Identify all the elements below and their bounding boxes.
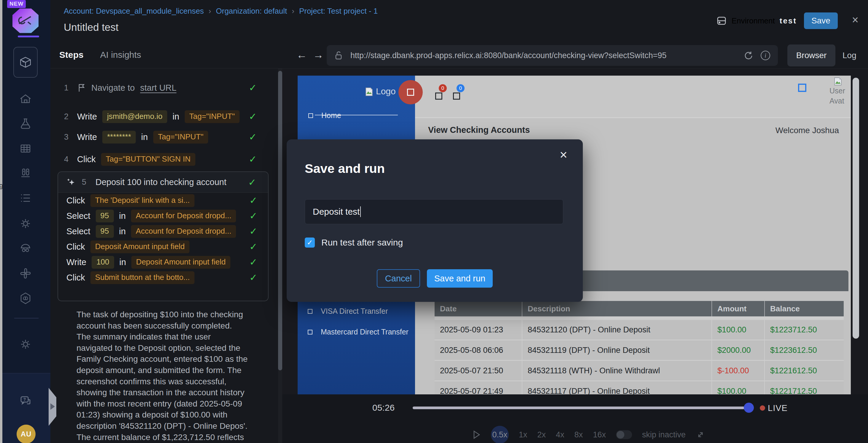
run-after-saving-option[interactable]: ✓ Run test after saving bbox=[305, 237, 403, 247]
step-locator-badge[interactable]: Deposit Amount input field bbox=[131, 256, 230, 269]
steps-tabbar: Steps AI insights bbox=[51, 41, 282, 68]
substep-row-3[interactable]: Select 95 in Account for Deposit dropd..… bbox=[58, 224, 268, 239]
cancel-button[interactable]: Cancel bbox=[377, 269, 420, 288]
step-action: Write bbox=[66, 257, 86, 267]
speed-16x[interactable]: 16x bbox=[593, 430, 606, 439]
timeline-track[interactable] bbox=[413, 407, 745, 409]
step-locator-badge[interactable]: Deposit Amount input field bbox=[90, 240, 189, 253]
info-icon[interactable]: i bbox=[761, 51, 770, 60]
step-row-3[interactable]: 3 Write ******** in Tag="INPUT" ✓ bbox=[51, 128, 279, 146]
browser-forward-button[interactable]: → bbox=[313, 49, 324, 61]
substep-row-1[interactable]: Click The 'Deposit' link with a si... ✓ bbox=[58, 193, 268, 208]
modal-close-icon[interactable]: × bbox=[560, 148, 567, 161]
step-locator-badge[interactable]: Account for Deposit dropd... bbox=[131, 210, 236, 223]
app-logo[interactable] bbox=[12, 8, 38, 34]
substep-row-4[interactable]: Click Deposit Amount input field ✓ bbox=[58, 239, 268, 255]
breadcrumb-organization[interactable]: Organization: default bbox=[216, 6, 287, 16]
gear-icon bbox=[19, 217, 32, 230]
reload-icon[interactable] bbox=[743, 51, 753, 60]
speed-8x[interactable]: 8x bbox=[575, 430, 583, 439]
bank-logo[interactable]: Logo bbox=[365, 86, 396, 96]
sidebar-item-integrations[interactable] bbox=[19, 267, 32, 280]
sidebar-item-runs[interactable] bbox=[19, 167, 32, 180]
page-scrollbar-thumb[interactable] bbox=[852, 78, 859, 338]
speed-0-5x[interactable]: 0.5x bbox=[491, 426, 509, 443]
bank-nav-mastercard[interactable]: Mastercard Direct Transfer bbox=[308, 328, 408, 336]
sidebar-item-suites[interactable] bbox=[19, 142, 32, 155]
environment-label: Environment bbox=[732, 16, 775, 26]
step-value-badge[interactable]: 95 bbox=[96, 210, 114, 223]
flag-icon bbox=[77, 83, 86, 92]
step-row-1[interactable]: 1 Navigate to start URL ✓ bbox=[51, 79, 279, 96]
step-row-4[interactable]: 4 Click Tag="BUTTON" SIGN IN ✓ bbox=[51, 151, 279, 168]
bank-logo-text: Logo bbox=[376, 86, 396, 96]
step-locator-badge[interactable]: Tag="INPUT" bbox=[153, 131, 208, 144]
start-url-link[interactable]: start URL bbox=[140, 83, 176, 93]
broken-image-icon bbox=[365, 87, 373, 96]
substep-row-6[interactable]: Click Submit button at the botto... ✓ bbox=[58, 270, 268, 285]
broken-icon-red[interactable] bbox=[435, 92, 442, 100]
broken-icon-blue[interactable] bbox=[453, 92, 460, 100]
timeline-knob[interactable] bbox=[744, 403, 754, 413]
tab-log[interactable]: Log bbox=[842, 45, 857, 66]
recording-indicator[interactable] bbox=[398, 80, 423, 105]
step-value-badge[interactable]: jsmith@demo.io bbox=[102, 110, 167, 123]
step-locator-badge[interactable]: The 'Deposit' link with a si... bbox=[90, 194, 194, 207]
table-row[interactable]: 2025-05-07 21:50 845321118 (WTH) - Onlin… bbox=[435, 361, 844, 381]
column-header-amount[interactable]: Amount bbox=[711, 301, 764, 316]
bank-header-square-icon[interactable] bbox=[798, 84, 806, 92]
tab-steps[interactable]: Steps bbox=[59, 50, 84, 60]
step-value-badge[interactable]: ******** bbox=[102, 131, 136, 144]
sidebar-item-tests[interactable] bbox=[19, 117, 32, 130]
sidebar-item-home[interactable] bbox=[19, 92, 32, 106]
step-group-header[interactable]: 5 Deposit 100 into checking account ✓ bbox=[58, 172, 268, 193]
steps-scrollbar-thumb[interactable] bbox=[278, 71, 282, 371]
speed-1x[interactable]: 1x bbox=[519, 430, 527, 439]
column-header-balance[interactable]: Balance bbox=[764, 301, 844, 316]
fullscreen-icon[interactable] bbox=[696, 430, 705, 439]
test-name-input[interactable]: Deposit test bbox=[305, 199, 563, 224]
step-row-2[interactable]: 2 Write jsmith@demo.io in Tag="INPUT" ✓ bbox=[51, 108, 279, 125]
step-locator-badge[interactable]: Tag="INPUT" bbox=[185, 110, 240, 123]
step-locator-badge[interactable]: Submit button at the botto... bbox=[90, 271, 194, 284]
breadcrumb-account[interactable]: Account: Devspace_all_module_licenses bbox=[64, 6, 204, 16]
save-and-run-button[interactable]: Save and run bbox=[427, 269, 493, 288]
sidebar-item-ai-agent[interactable] bbox=[19, 242, 32, 255]
speed-4x[interactable]: 4x bbox=[556, 430, 564, 439]
step-value-badge[interactable]: 100 bbox=[92, 256, 114, 269]
url-text[interactable]: http://stage.dbank.prod-apps.relicx.ai:8… bbox=[350, 51, 736, 60]
column-header-description[interactable]: Description bbox=[522, 301, 711, 316]
close-icon[interactable]: × bbox=[852, 14, 859, 26]
substep-row-2[interactable]: Select 95 in Account for Deposit dropd..… bbox=[58, 208, 268, 224]
step-locator-badge[interactable]: Tag="BUTTON" SIGN IN bbox=[101, 153, 195, 166]
help-button[interactable]: ? bbox=[19, 394, 32, 407]
speed-2x[interactable]: 2x bbox=[537, 430, 546, 439]
tab-ai-insights[interactable]: AI insights bbox=[100, 50, 141, 60]
column-header-date[interactable]: Date bbox=[435, 301, 522, 316]
step-value-badge[interactable]: 95 bbox=[96, 225, 114, 238]
sidebar-item-admin-settings[interactable] bbox=[19, 338, 32, 351]
table-row[interactable]: 2025-05-09 01:23 845321120 (DPT) - Onlin… bbox=[435, 320, 844, 341]
user-avatar[interactable]: AU bbox=[17, 424, 36, 443]
tab-browser[interactable]: Browser bbox=[787, 45, 835, 66]
table-row[interactable]: 2025-05-08 06:06 845321119 (DPT) - Onlin… bbox=[435, 341, 844, 361]
save-button[interactable]: Save bbox=[804, 12, 838, 29]
url-bar[interactable]: http://stage.dbank.prod-apps.relicx.ai:8… bbox=[327, 45, 778, 66]
sidebar-item-lists[interactable] bbox=[19, 191, 32, 205]
sidebar-item-loop[interactable] bbox=[19, 292, 32, 305]
substep-row-5[interactable]: Write 100 in Deposit Amount input field … bbox=[58, 255, 268, 270]
bank-nav-home[interactable]: Home bbox=[308, 111, 341, 120]
step-number: 5 bbox=[82, 178, 90, 187]
sidebar-item-modules[interactable] bbox=[13, 47, 38, 78]
step-locator-badge[interactable]: Account for Deposit dropd... bbox=[131, 225, 236, 238]
browser-back-button[interactable]: ← bbox=[297, 49, 307, 61]
breadcrumb-project[interactable]: Project: Test project - 1 bbox=[299, 6, 378, 16]
sidebar-item-settings[interactable] bbox=[19, 217, 32, 230]
environment-selector[interactable]: Environment test bbox=[716, 0, 797, 41]
table-header-gap bbox=[435, 316, 844, 320]
skip-inactive-toggle[interactable] bbox=[616, 430, 632, 439]
bank-nav-visa[interactable]: VISA Direct Transfer bbox=[308, 307, 388, 316]
step-group-5: 5 Deposit 100 into checking account ✓ Cl… bbox=[58, 171, 269, 301]
play-icon[interactable] bbox=[472, 430, 481, 440]
checkbox-checked-icon[interactable]: ✓ bbox=[305, 237, 315, 247]
